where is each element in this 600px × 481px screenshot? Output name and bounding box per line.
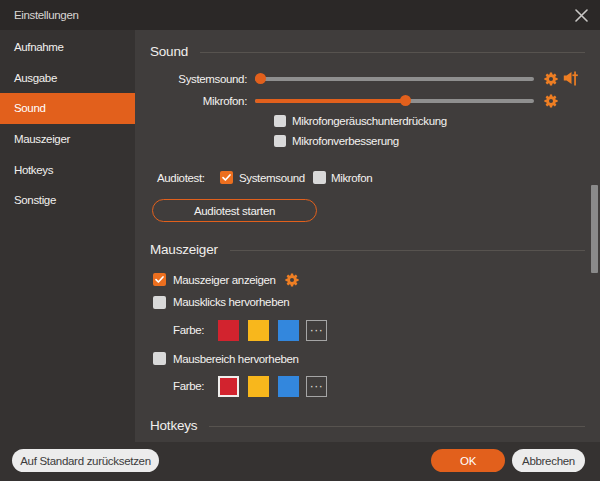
hotkeys-section-heading: Hotkeys xyxy=(150,416,585,436)
window-title: Einstellungen xyxy=(14,9,79,21)
heading-divider xyxy=(200,52,585,53)
sidebar-item-aufnahme[interactable]: Aufnahme xyxy=(0,32,135,63)
check-icon xyxy=(154,274,165,285)
mikrofon-settings-gear-icon[interactable] xyxy=(544,94,558,108)
highlight-area-row: Mausbereich hervorheben xyxy=(135,348,600,370)
show-pointer-row: Mauszeiger anzeigen xyxy=(135,269,600,291)
sidebar: Aufnahme Ausgabe Sound Mauszeiger Hotkey… xyxy=(0,30,135,442)
area-color-more-button[interactable]: ··· xyxy=(306,376,327,397)
titlebar: Einstellungen xyxy=(0,0,600,30)
mouse-section-heading: Mauszeiger xyxy=(150,239,585,259)
pointer-settings-gear-icon[interactable] xyxy=(285,273,299,287)
area-color-row: Farbe: ··· xyxy=(135,376,600,397)
audiotest-systemsound-label: Systemsound xyxy=(239,167,305,189)
hotkeys-heading-text: Hotkeys xyxy=(150,418,197,433)
highlight-clicks-row: Mausklicks hervorheben xyxy=(135,291,600,313)
highlight-area-checkbox[interactable] xyxy=(153,352,166,365)
close-button[interactable] xyxy=(569,3,593,27)
highlight-clicks-label: Mausklicks hervorheben xyxy=(173,291,289,313)
ellipsis-icon: ··· xyxy=(310,323,324,337)
systemsound-slider[interactable] xyxy=(255,68,534,90)
sidebar-item-label: Ausgabe xyxy=(14,72,57,84)
area-color-swatch-red[interactable] xyxy=(218,376,239,397)
mic-enhancement-row: Mikrofonverbesserung xyxy=(135,130,600,152)
click-color-swatch-blue[interactable] xyxy=(278,320,299,341)
heading-divider xyxy=(209,426,585,427)
area-color-swatch-blue[interactable] xyxy=(278,376,299,397)
highlight-clicks-checkbox[interactable] xyxy=(153,296,166,309)
audiotest-row: Audiotest: Systemsound Mikrofon xyxy=(135,167,600,189)
show-pointer-label: Mauszeiger anzeigen xyxy=(173,269,276,291)
systemsound-label: Systemsound: xyxy=(135,68,247,90)
noise-suppression-label: Mikrofongeräuschunterdrückung xyxy=(292,110,447,132)
sidebar-item-mauszeiger[interactable]: Mauszeiger xyxy=(0,124,135,155)
sidebar-item-label: Sonstige xyxy=(14,194,56,206)
area-color-swatch-yellow[interactable] xyxy=(248,376,269,397)
systemsound-row: Systemsound: xyxy=(135,68,600,90)
speaker-volume-icon[interactable] xyxy=(563,71,579,86)
sidebar-item-hotkeys[interactable]: Hotkeys xyxy=(0,154,135,185)
reset-defaults-button[interactable]: Auf Standard zurücksetzen xyxy=(12,449,159,472)
sidebar-item-label: Aufnahme xyxy=(14,41,64,53)
click-color-more-button[interactable]: ··· xyxy=(306,320,327,341)
settings-content: Sound Systemsound: Mikrofon: xyxy=(135,30,600,442)
systemsound-settings-gear-icon[interactable] xyxy=(544,72,558,86)
click-color-label: Farbe: xyxy=(173,320,204,341)
sidebar-item-sound[interactable]: Sound xyxy=(0,93,135,124)
mikrofon-label: Mikrofon: xyxy=(135,90,247,112)
area-color-label: Farbe: xyxy=(173,376,204,397)
ok-button[interactable]: OK xyxy=(431,449,505,472)
mic-enhancement-label: Mikrofonverbesserung xyxy=(292,130,399,152)
click-color-row: Farbe: ··· xyxy=(135,320,600,341)
close-icon xyxy=(575,9,588,22)
audiotest-start-button[interactable]: Audiotest starten xyxy=(152,199,317,222)
systemsound-slider-thumb[interactable] xyxy=(255,73,266,84)
sound-heading-text: Sound xyxy=(150,44,188,59)
audiotest-label: Audiotest: xyxy=(157,167,205,189)
sound-section-heading: Sound xyxy=(150,41,585,61)
sidebar-item-label: Sound xyxy=(14,102,46,114)
sidebar-item-label: Mauszeiger xyxy=(14,133,70,145)
slider-track xyxy=(255,77,534,81)
sidebar-item-sonstige[interactable]: Sonstige xyxy=(0,185,135,216)
cancel-button[interactable]: Abbrechen xyxy=(512,449,585,472)
ellipsis-icon: ··· xyxy=(310,379,324,393)
sidebar-item-label: Hotkeys xyxy=(14,164,53,176)
scrollbar-thumb[interactable] xyxy=(591,185,598,273)
show-pointer-checkbox[interactable] xyxy=(153,273,166,286)
click-color-swatch-red[interactable] xyxy=(218,320,239,341)
highlight-area-label: Mausbereich hervorheben xyxy=(173,348,299,370)
mikrofon-slider[interactable] xyxy=(255,90,534,112)
noise-suppression-row: Mikrofongeräuschunterdrückung xyxy=(135,110,600,132)
heading-divider xyxy=(230,250,585,251)
check-icon xyxy=(221,172,232,183)
mikrofon-slider-thumb[interactable] xyxy=(400,95,411,106)
slider-fill xyxy=(255,99,406,103)
click-color-swatch-yellow[interactable] xyxy=(248,320,269,341)
sidebar-item-ausgabe[interactable]: Ausgabe xyxy=(0,63,135,94)
audiotest-mikrofon-label: Mikrofon xyxy=(331,167,372,189)
mouse-heading-text: Mauszeiger xyxy=(150,242,218,257)
footer-bar: Auf Standard zurücksetzen OK Abbrechen xyxy=(0,442,600,481)
mic-enhancement-checkbox[interactable] xyxy=(274,135,286,147)
mikrofon-row: Mikrofon: xyxy=(135,90,600,112)
audiotest-systemsound-checkbox[interactable] xyxy=(220,171,233,184)
audiotest-mikrofon-checkbox[interactable] xyxy=(313,171,326,184)
noise-suppression-checkbox[interactable] xyxy=(274,115,286,127)
